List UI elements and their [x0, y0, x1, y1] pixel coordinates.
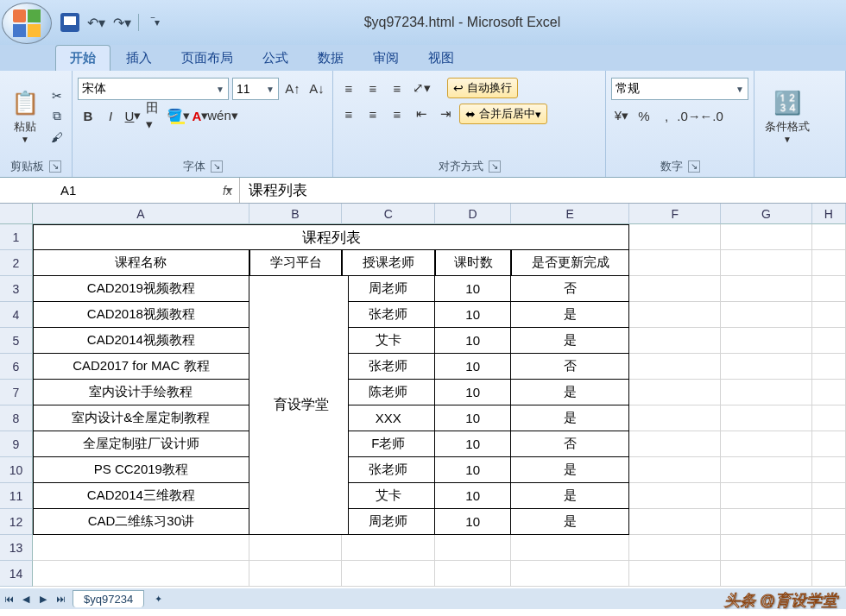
cell[interactable]: [629, 405, 721, 431]
hours-cell[interactable]: 10: [435, 276, 511, 302]
course-name-cell[interactable]: CAD2014三维教程: [33, 483, 249, 509]
cell[interactable]: [721, 483, 812, 509]
sheet-nav-first[interactable]: ⏮: [0, 590, 17, 607]
formula-input[interactable]: [240, 178, 846, 203]
course-name-cell[interactable]: CAD2018视频教程: [33, 302, 249, 328]
tab-review[interactable]: 审阅: [359, 46, 413, 71]
tab-data[interactable]: 数据: [304, 46, 357, 71]
teacher-cell[interactable]: 周老师: [342, 276, 435, 302]
sheet-nav-next[interactable]: ▶: [35, 590, 52, 607]
comma-format-button[interactable]: ,: [656, 105, 677, 126]
cell[interactable]: [812, 535, 846, 561]
number-format-combo[interactable]: 常规▼: [611, 78, 748, 100]
cell[interactable]: [629, 250, 721, 276]
done-cell[interactable]: 否: [511, 276, 629, 302]
new-sheet-button[interactable]: ✦: [149, 590, 167, 607]
title-cell[interactable]: 课程列表: [33, 224, 629, 250]
cell[interactable]: [33, 561, 249, 587]
course-name-cell[interactable]: CAD二维练习30讲: [33, 509, 249, 535]
merge-center-button[interactable]: ⬌合并后居中▾: [459, 104, 547, 124]
cell[interactable]: [629, 561, 721, 587]
course-name-cell[interactable]: PS CC2019教程: [33, 457, 249, 483]
row-header-13[interactable]: 13: [0, 535, 33, 561]
done-cell[interactable]: 是: [511, 405, 629, 431]
course-name-cell[interactable]: CAD2014视频教程: [33, 328, 249, 354]
row-header-2[interactable]: 2: [0, 250, 33, 276]
bold-button[interactable]: B: [78, 105, 98, 126]
italic-button[interactable]: I: [100, 105, 121, 126]
increase-decimal-button[interactable]: .0→: [679, 105, 699, 126]
save-icon[interactable]: [60, 13, 79, 32]
sheet-nav-prev[interactable]: ◀: [17, 590, 35, 607]
done-cell[interactable]: 是: [511, 483, 629, 509]
row-header-5[interactable]: 5: [0, 328, 33, 354]
row-header-11[interactable]: 11: [0, 483, 33, 509]
cell[interactable]: [629, 380, 721, 405]
orientation-button[interactable]: ⤢▾: [411, 78, 432, 98]
cell[interactable]: [721, 250, 812, 276]
cell[interactable]: [721, 431, 812, 457]
cell[interactable]: [721, 405, 812, 431]
cell[interactable]: [629, 276, 721, 302]
cell[interactable]: [249, 561, 343, 587]
cell[interactable]: [812, 457, 846, 483]
cell[interactable]: [435, 561, 511, 587]
hours-cell[interactable]: 10: [435, 405, 511, 431]
col-header-A[interactable]: A: [33, 204, 249, 224]
cells-grid[interactable]: 课程列表课程名称学习平台授课老师课时数是否更新完成CAD2019视频教程周老师1…: [33, 224, 846, 588]
select-all-corner[interactable]: [0, 204, 33, 224]
underline-button[interactable]: U▾: [123, 105, 143, 126]
row-header-8[interactable]: 8: [0, 405, 33, 431]
row-header-14[interactable]: 14: [0, 561, 33, 587]
align-bottom-button[interactable]: ≡: [387, 78, 407, 98]
header-cell[interactable]: 课程名称: [33, 250, 249, 276]
done-cell[interactable]: 否: [511, 431, 629, 457]
col-header-D[interactable]: D: [435, 204, 511, 224]
font-size-combo[interactable]: 11▼: [232, 78, 279, 100]
tab-view[interactable]: 视图: [414, 46, 468, 71]
cell[interactable]: [812, 483, 846, 509]
platform-merged-cell[interactable]: 育设学堂: [254, 276, 349, 535]
hours-cell[interactable]: 10: [435, 509, 511, 535]
row-header-10[interactable]: 10: [0, 457, 33, 483]
header-cell[interactable]: 课时数: [435, 250, 511, 276]
cell[interactable]: [721, 535, 812, 561]
cell[interactable]: [511, 561, 629, 587]
hours-cell[interactable]: 10: [435, 380, 511, 405]
fill-color-button[interactable]: 🪣▾: [167, 105, 188, 126]
clipboard-launcher[interactable]: ↘: [49, 160, 61, 173]
tab-page-layout[interactable]: 页面布局: [167, 46, 247, 71]
number-launcher[interactable]: ↘: [688, 160, 700, 173]
done-cell[interactable]: 是: [511, 380, 629, 405]
cell[interactable]: [812, 561, 846, 587]
header-cell[interactable]: 是否更新完成: [511, 250, 629, 276]
row-header-7[interactable]: 7: [0, 380, 33, 405]
accounting-format-button[interactable]: ¥▾: [611, 105, 632, 126]
phonetic-button[interactable]: wén▾: [212, 105, 233, 126]
cell[interactable]: [812, 509, 846, 535]
cell[interactable]: [812, 380, 846, 405]
alignment-launcher[interactable]: ↘: [489, 160, 501, 173]
office-button[interactable]: [2, 3, 52, 44]
align-top-button[interactable]: ≡: [338, 78, 359, 98]
cell[interactable]: [629, 535, 721, 561]
row-header-6[interactable]: 6: [0, 354, 33, 380]
cell[interactable]: [812, 250, 846, 276]
teacher-cell[interactable]: XXX: [342, 405, 435, 431]
cell[interactable]: [812, 328, 846, 354]
col-header-F[interactable]: F: [629, 204, 721, 224]
format-painter-icon[interactable]: 🖌: [48, 129, 66, 146]
cell[interactable]: [721, 457, 812, 483]
hours-cell[interactable]: 10: [435, 302, 511, 328]
done-cell[interactable]: 否: [511, 354, 629, 380]
cell[interactable]: [629, 224, 721, 250]
tab-home[interactable]: 开始: [55, 45, 110, 71]
align-right-button[interactable]: ≡: [387, 104, 407, 124]
teacher-cell[interactable]: 艾卡: [342, 483, 435, 509]
hours-cell[interactable]: 10: [435, 328, 511, 354]
font-launcher[interactable]: ↘: [211, 160, 223, 173]
percent-format-button[interactable]: %: [634, 105, 654, 126]
col-header-H[interactable]: H: [812, 204, 846, 224]
hours-cell[interactable]: 10: [435, 483, 511, 509]
teacher-cell[interactable]: 张老师: [342, 302, 435, 328]
